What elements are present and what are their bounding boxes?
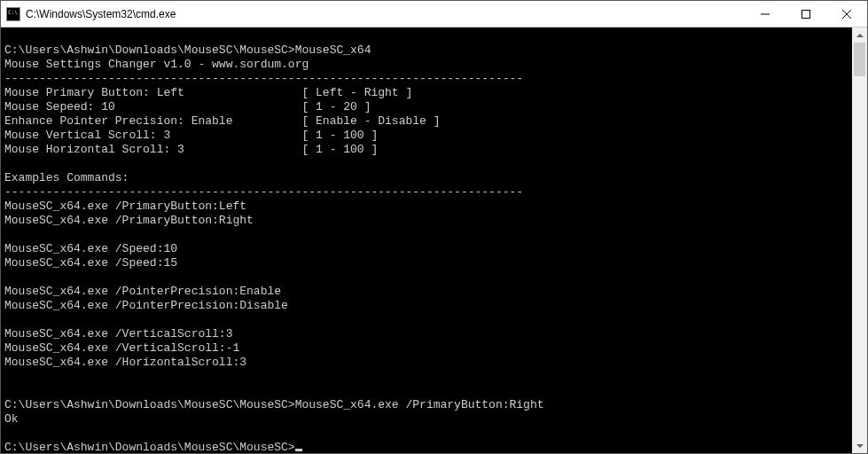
- setting-line: Mouse Primary Button: Left [ Left - Righ…: [4, 86, 412, 99]
- window-title: C:\Windows\System32\cmd.exe: [26, 8, 745, 20]
- prompt-line: C:\Users\Ashwin\Downloads\MouseSC\MouseS…: [4, 43, 371, 57]
- blank-line: [4, 427, 12, 440]
- minimize-button[interactable]: [745, 1, 786, 27]
- prompt: C:\Users\Ashwin\Downloads\MouseSC\MouseS…: [4, 398, 295, 411]
- command-text: MouseSC_x64.exe /PrimaryButton:Right: [295, 398, 544, 411]
- output-result: Ok: [4, 412, 19, 426]
- client-area: C:\Users\Ashwin\Downloads\MouseSC\MouseS…: [1, 27, 867, 453]
- scrollbar-thumb[interactable]: [854, 43, 865, 76]
- blank-line: [4, 384, 12, 397]
- console-output[interactable]: C:\Users\Ashwin\Downloads\MouseSC\MouseS…: [1, 27, 852, 453]
- close-button[interactable]: [826, 1, 867, 27]
- window-controls: [745, 1, 867, 27]
- example-line: MouseSC_x64.exe /PrimaryButton:Right: [4, 214, 254, 227]
- svg-marker-4: [856, 34, 864, 37]
- example-line: MouseSC_x64.exe /Speed:10: [4, 242, 177, 255]
- example-line: MouseSC_x64.exe /PrimaryButton:Left: [4, 200, 246, 213]
- setting-line: Mouse Horizontal Scroll: 3 [ 1 - 100 ]: [4, 143, 378, 156]
- examples-label: Examples Commands:: [4, 171, 129, 184]
- blank-line: [4, 29, 12, 43]
- separator-line: ----------------------------------------…: [4, 185, 523, 199]
- scroll-up-button[interactable]: [852, 27, 867, 43]
- output-header: Mouse Settings Changer v1.0 - www.sordum…: [4, 58, 309, 71]
- svg-rect-1: [802, 10, 810, 18]
- blank-line: [4, 270, 12, 284]
- example-line: MouseSC_x64.exe /PointerPrecision:Disabl…: [4, 299, 288, 312]
- scroll-down-button[interactable]: [852, 438, 867, 453]
- scrollbar-track[interactable]: [852, 43, 867, 438]
- svg-marker-5: [856, 444, 864, 448]
- maximize-button[interactable]: [786, 1, 826, 27]
- blank-line: [4, 157, 12, 170]
- example-line: MouseSC_x64.exe /VerticalScroll:-1: [4, 341, 239, 355]
- command-text: MouseSC_x64: [295, 43, 371, 57]
- prompt: C:\Users\Ashwin\Downloads\MouseSC\MouseS…: [4, 441, 295, 453]
- prompt-line: C:\Users\Ashwin\Downloads\MouseSC\MouseS…: [4, 441, 302, 453]
- example-line: MouseSC_x64.exe /Speed:15: [4, 256, 177, 270]
- example-line: MouseSC_x64.exe /HorizontalScroll:3: [4, 356, 246, 369]
- vertical-scrollbar[interactable]: [852, 27, 867, 453]
- setting-line: Mouse Sepeed: 10 [ 1 - 20 ]: [4, 100, 371, 114]
- setting-line: Mouse Vertical Scroll: 3 [ 1 - 100 ]: [4, 129, 378, 142]
- prompt-line: C:\Users\Ashwin\Downloads\MouseSC\MouseS…: [4, 398, 544, 411]
- cursor: [295, 449, 302, 451]
- cmd-icon: [6, 7, 20, 21]
- separator-line: ----------------------------------------…: [4, 72, 523, 85]
- titlebar[interactable]: C:\Windows\System32\cmd.exe: [1, 1, 867, 27]
- blank-line: [4, 313, 12, 326]
- example-line: MouseSC_x64.exe /VerticalScroll:3: [4, 327, 232, 340]
- example-line: MouseSC_x64.exe /PointerPrecision:Enable: [4, 285, 281, 298]
- blank-line: [4, 370, 12, 383]
- setting-line: Enhance Pointer Precision: Enable [ Enab…: [4, 114, 440, 128]
- command-prompt-window: C:\Windows\System32\cmd.exe C:\Users\Ash…: [0, 0, 868, 454]
- blank-line: [4, 228, 12, 241]
- prompt: C:\Users\Ashwin\Downloads\MouseSC\MouseS…: [4, 43, 295, 57]
